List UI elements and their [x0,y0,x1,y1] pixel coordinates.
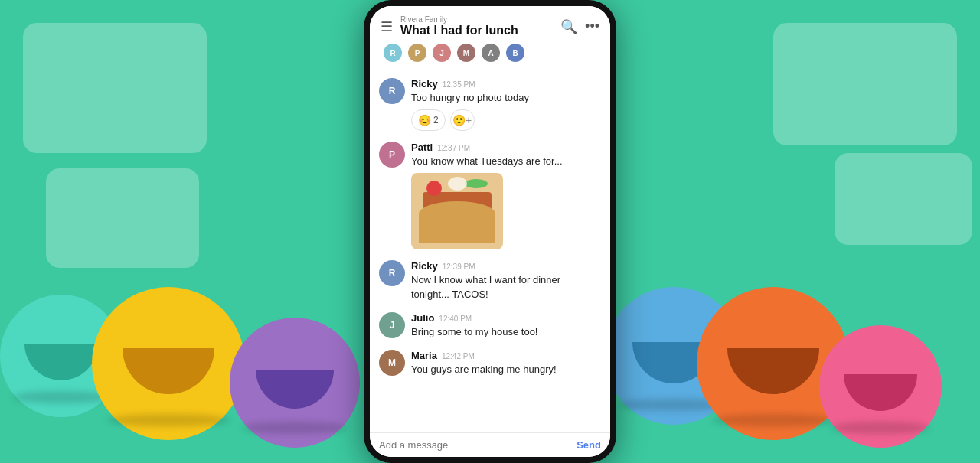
ball-pink-face [844,374,917,411]
ball-purple [230,318,360,448]
message-input[interactable] [379,439,577,451]
message-text: Now I know what I want for dinner tonigh… [411,273,601,301]
avatar-3[interactable]: J [431,42,452,64]
reaction-smile[interactable]: 😊 2 [411,109,446,131]
sender-avatar-ricky[interactable]: R [379,260,405,286]
add-reaction-icon: 🙂+ [452,114,472,126]
search-icon[interactable]: 🔍 [560,18,577,35]
messages-list: R Ricky 12:35 PM Too hungry no photo tod… [370,70,610,432]
menu-icon[interactable]: ☰ [381,18,393,35]
message-body: Ricky 12:35 PM Too hungry no photo today… [411,78,601,131]
header-titles: Rivera Family What I had for lunch [400,15,560,37]
message-body: Julio 12:40 PM Bring some to my house to… [411,312,601,339]
reactions-row: 😊 2 🙂+ [411,109,601,131]
message-text: You know what Tuesdays are for... [411,155,601,168]
add-reaction-button[interactable]: 🙂+ [450,109,475,131]
channel-title: What I had for lunch [400,24,560,37]
message-time: 12:35 PM [443,80,475,89]
avatar-5[interactable]: A [480,42,501,64]
deco-bubble-bl [46,168,199,268]
sender-avatar-patti[interactable]: P [379,142,405,168]
sender-avatar-julio[interactable]: J [379,312,405,338]
member-avatars: R P J M A B [381,42,599,64]
taco-shell [419,201,495,243]
deco-bubble-tr [773,23,957,145]
sender-avatar-ricky[interactable]: R [379,78,405,104]
message-row: P Patti 12:37 PM You know what Tuesdays … [379,142,601,249]
message-header: Maria 12:42 PM [411,350,601,361]
message-text: You guys are making me hungry! [411,363,601,377]
food-image [411,173,503,249]
send-button[interactable]: Send [577,439,601,451]
group-name: Rivera Family [400,15,560,24]
avatar-6[interactable]: B [505,42,526,64]
taco-white [448,177,467,191]
message-text: Too hungry no photo today [411,91,601,105]
ball-yellow-face [122,348,214,394]
message-sender: Maria [411,350,437,361]
message-time: 12:37 PM [437,144,470,152]
avatar-2[interactable]: P [407,42,428,64]
sender-avatar-maria[interactable]: M [379,350,405,376]
message-sender: Ricky [411,78,438,90]
ball-yellow [92,287,245,440]
message-input-bar: Send [370,432,610,457]
message-time: 12:40 PM [439,315,472,323]
header-action-icons: 🔍 ••• [560,18,599,35]
ball-teal-shadow [12,391,110,403]
message-row: J Julio 12:40 PM Bring some to my house … [379,312,601,339]
reaction-count: 2 [433,115,439,126]
ball-pink [819,325,942,448]
message-sender: Julio [411,312,434,324]
chat-header: ☰ Rivera Family What I had for lunch 🔍 •… [370,6,610,70]
message-row: M Maria 12:42 PM You guys are making me … [379,350,601,377]
message-sender: Ricky [411,260,438,272]
ball-yellow-shadow [107,414,230,426]
message-time: 12:42 PM [442,352,475,360]
ball-purple-face [256,370,334,409]
ball-pink-shadow [831,422,929,434]
ball-purple-shadow [243,422,347,434]
message-header: Patti 12:37 PM [411,142,601,153]
deco-bubble-tl [23,23,207,153]
message-body: Ricky 12:39 PM Now I know what I want fo… [411,260,601,301]
message-body: Patti 12:37 PM You know what Tuesdays ar… [411,142,601,249]
message-header: Julio 12:40 PM [411,312,601,324]
more-options-icon[interactable]: ••• [585,18,599,34]
phone: ☰ Rivera Family What I had for lunch 🔍 •… [364,0,616,463]
message-body: Maria 12:42 PM You guys are making me hu… [411,350,601,377]
message-header: Ricky 12:39 PM [411,260,601,272]
avatar-1[interactable]: R [382,42,403,64]
message-row: R Ricky 12:39 PM Now I know what I want … [379,260,601,301]
message-time: 12:39 PM [443,262,475,271]
deco-bubble-br [835,153,972,245]
ball-orange-face [727,348,819,394]
message-text: Bring some to my house too! [411,325,601,339]
avatar-4[interactable]: M [456,42,477,64]
message-header: Ricky 12:35 PM [411,78,601,90]
taco-green [465,179,488,188]
message-sender: Patti [411,142,433,153]
ball-orange-shadow [712,414,835,426]
message-row: R Ricky 12:35 PM Too hungry no photo tod… [379,78,601,131]
reaction-emoji: 😊 [418,114,431,126]
ball-teal-face [24,344,98,380]
phone-screen: ☰ Rivera Family What I had for lunch 🔍 •… [370,6,610,457]
